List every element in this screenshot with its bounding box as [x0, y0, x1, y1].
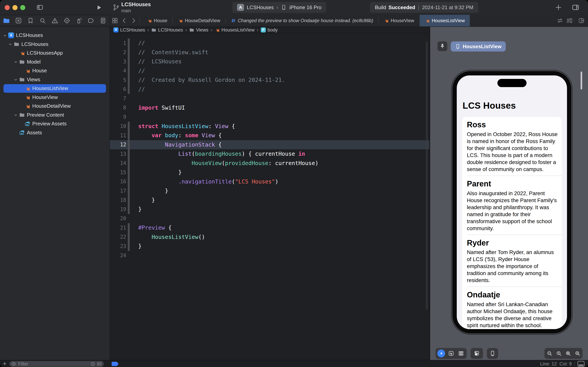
plus-minus-icon[interactable] [97, 361, 102, 367]
house-name: Parent [467, 179, 557, 188]
zoom-fit-button[interactable] [564, 349, 572, 358]
line-number: 17 [110, 188, 126, 194]
reports-navigator-icon[interactable] [99, 17, 107, 24]
back-button[interactable] [121, 17, 128, 24]
minimap-icon[interactable] [566, 17, 573, 24]
breadcrumb-segment[interactable]: LCSHouses [151, 27, 183, 33]
sidebar-item-label: House [32, 68, 47, 74]
sidebar-item-preview-content[interactable]: Preview Content [0, 111, 109, 120]
tab-houseslistview[interactable]: HousesListView [420, 15, 470, 26]
sidebar-item-lcshousesapp[interactable]: LCSHousesApp [0, 49, 109, 58]
bookmarks-navigator-icon[interactable] [27, 17, 34, 24]
breakpoints-navigator-icon[interactable] [87, 17, 95, 24]
chevron-down-icon[interactable] [14, 59, 19, 64]
chevron-down-icon[interactable] [14, 113, 19, 117]
source-control-navigator-icon[interactable] [15, 17, 22, 24]
breadcrumb-segment[interactable]: HousesListView [215, 27, 254, 33]
close-window-button[interactable] [5, 5, 10, 10]
sidebar-item-lcshouses[interactable]: LCSHouses [0, 40, 109, 49]
house-row-ondaatje[interactable]: OndaatjeNamed after Sri Lankan-Canadian … [462, 287, 562, 329]
jump-bar: ALCSHouses›LCSHouses›Views›HousesListVie… [110, 27, 429, 33]
swift-file-icon [425, 18, 430, 23]
issues-navigator-icon[interactable] [51, 17, 59, 24]
scheme-selector[interactable]: A LCSHouses › iPhone 16 Pro [232, 2, 326, 13]
chevron-spacer [19, 68, 24, 73]
tab-houseview[interactable]: HouseView [378, 15, 419, 26]
house-description: Named after Sri Lankan-Canadian author M… [467, 301, 558, 329]
change-bar-empty [128, 94, 130, 103]
chevron-down-icon[interactable] [3, 33, 8, 38]
line-number: 23 [110, 243, 126, 249]
run-button[interactable] [96, 4, 102, 11]
tab-housedetailview[interactable]: HouseDetailView [173, 15, 225, 26]
zoom-in-button[interactable] [573, 349, 582, 358]
sidebar-item-houseview[interactable]: HouseView [0, 93, 109, 102]
zoom-window-button[interactable] [20, 5, 25, 10]
zoom-actual-button[interactable] [554, 349, 563, 358]
clock-icon[interactable] [90, 361, 95, 367]
add-item-button[interactable]: + [3, 360, 7, 367]
sidebar-item-houseslistview[interactable]: HousesListView [0, 84, 109, 93]
library-plus-button[interactable] [554, 3, 562, 11]
change-bar [128, 131, 130, 140]
project-navigator-icon[interactable] [3, 17, 10, 24]
zoom-out-button[interactable] [545, 349, 554, 358]
canvas-toolbar [430, 348, 588, 359]
house-name: Ross [467, 120, 557, 129]
filter-input[interactable] [18, 361, 89, 367]
editor-bottom-bar-icon[interactable] [578, 361, 585, 367]
preview-target-chip[interactable]: HousesListView [451, 42, 506, 51]
inspector-toggle-icon[interactable] [571, 3, 580, 11]
sidebar-item-assets[interactable]: Assets [0, 128, 109, 137]
folder-icon [19, 112, 25, 118]
add-editor-icon[interactable] [578, 17, 585, 24]
breadcrumb-segment[interactable]: ALCSHouses [113, 27, 145, 33]
sidebar-item-house[interactable]: House [0, 66, 109, 75]
canvas-scrollbar[interactable] [581, 72, 582, 89]
change-bar [128, 85, 130, 94]
house-row-ryder[interactable]: RyderNamed after Tom Ryder, an alumnus o… [462, 235, 562, 287]
debug-navigator-icon[interactable] [75, 17, 83, 24]
forward-button[interactable] [130, 17, 137, 24]
adjacent-editor-icon[interactable] [556, 17, 563, 24]
editor-marker-tag [112, 362, 119, 366]
house-row-parent[interactable]: ParentAlso inaugurated in 2022, Parent H… [462, 176, 562, 235]
tests-navigator-icon[interactable] [63, 17, 71, 24]
toggle-sidebar-icon[interactable] [36, 4, 43, 11]
editor-tab-bar: HouseHouseDetailViewChanged the preview … [110, 15, 588, 27]
sidebar-item-views[interactable]: Views [0, 75, 109, 84]
line-number: 16 [110, 179, 126, 184]
breadcrumb-segment[interactable]: Pbody [261, 27, 278, 33]
variants-button[interactable] [457, 349, 465, 358]
code-text: } [130, 169, 182, 175]
pin-preview-button[interactable] [437, 42, 447, 51]
sidebar-item-lcshouses[interactable]: ALCSHouses [0, 31, 109, 40]
tab-label: House [154, 18, 167, 23]
chevron-down-icon[interactable] [8, 42, 13, 46]
activity-viewer[interactable]: Build Succeeded | 2024-11-21 at 9:32 PM [370, 2, 478, 13]
swift-icon [24, 94, 31, 100]
line-indicator: Line: 12 [540, 361, 557, 367]
editor-grid-icon[interactable] [111, 17, 118, 24]
breadcrumb-segment[interactable]: Views [189, 27, 209, 33]
find-navigator-icon[interactable] [39, 17, 46, 24]
source-editor[interactable]: 1//2// ContentView.swift3// LCSHouses4//… [110, 34, 429, 360]
minimize-window-button[interactable] [12, 5, 17, 10]
house-row-ross[interactable]: RossOpened in October 2022, Ross House i… [462, 117, 562, 175]
device-settings-button[interactable] [472, 349, 481, 358]
tab-commit[interactable]: Changed the preview to show Ondaatje hou… [226, 15, 378, 26]
sidebar-item-housedetailview[interactable]: HouseDetailView [0, 102, 109, 111]
tab-house[interactable]: House [142, 15, 172, 26]
line-number: 10 [110, 123, 126, 129]
code-line: 20 [110, 214, 429, 223]
code-text: } [130, 243, 142, 249]
line-number: 8 [110, 105, 126, 111]
sidebar-item-label: Assets [27, 130, 42, 136]
sidebar-item-model[interactable]: Model [0, 58, 109, 67]
chevron-down-icon[interactable] [14, 77, 19, 82]
live-preview-button[interactable] [437, 349, 445, 358]
select-mode-button[interactable] [447, 349, 455, 358]
device-button[interactable] [488, 349, 497, 358]
editor-scrollbar[interactable] [426, 42, 428, 310]
sidebar-item-preview-assets[interactable]: Preview Assets [0, 119, 109, 128]
